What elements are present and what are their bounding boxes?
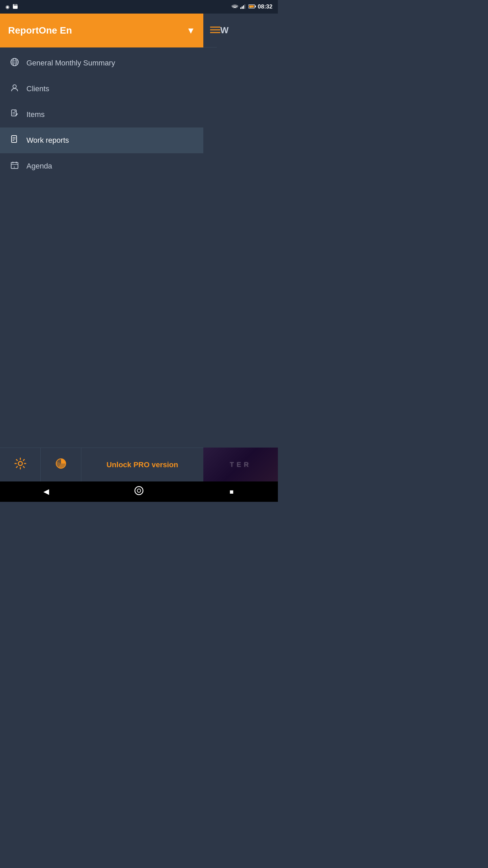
sim-icon: ◉ — [5, 4, 9, 9]
ter-preview: TER — [203, 448, 278, 481]
sidebar-item-general-monthly-summary[interactable]: General Monthly Summary — [0, 50, 203, 76]
unlock-pro-button[interactable]: Unlock PRO version — [81, 460, 203, 469]
app-title: ReportOne En — [8, 25, 72, 36]
back-icon: ◀ — [43, 487, 49, 496]
recent-button[interactable]: ■ — [221, 481, 242, 502]
recent-icon: ■ — [229, 488, 233, 496]
items-label: Items — [26, 110, 45, 119]
status-bar: ◉ — [0, 0, 278, 14]
sidebar-item-items[interactable]: Items — [0, 102, 203, 127]
gear-icon — [14, 457, 26, 472]
time-display: 08:32 — [258, 3, 272, 10]
svg-point-17 — [13, 85, 16, 88]
back-button[interactable]: ◀ — [36, 481, 57, 502]
home-button[interactable] — [129, 481, 149, 502]
svg-rect-9 — [255, 5, 256, 7]
status-bar-right: ⚡ 08:32 — [231, 3, 272, 10]
person-icon — [9, 83, 20, 94]
pie-chart-icon — [55, 457, 67, 472]
unlock-pro-label: Unlock PRO version — [106, 460, 178, 469]
document-icon — [9, 135, 20, 146]
top-bar-label: W — [220, 25, 229, 36]
globe-icon — [9, 58, 20, 68]
edit-icon — [9, 109, 20, 120]
agenda-label: Agenda — [26, 162, 52, 171]
svg-text:1: 1 — [14, 166, 15, 168]
svg-point-36 — [137, 489, 141, 492]
bottom-section: Unlock PRO version TER — [0, 448, 278, 481]
wifi-icon — [231, 4, 238, 10]
svg-text:⚡: ⚡ — [249, 6, 252, 8]
svg-point-35 — [135, 487, 143, 495]
sidebar-item-work-reports[interactable]: Work reports — [0, 127, 203, 153]
svg-rect-5 — [242, 6, 243, 9]
settings-button[interactable] — [0, 448, 41, 481]
main-bottom-preview: TER — [203, 448, 278, 481]
sidebar: ReportOne En ▼ General Mont — [0, 14, 203, 448]
nav-bar: ◀ ■ — [0, 481, 278, 502]
svg-rect-18 — [12, 110, 16, 116]
work-reports-label: Work reports — [26, 136, 69, 145]
sidebar-item-agenda[interactable]: 1 Agenda — [0, 153, 203, 179]
svg-rect-4 — [240, 7, 241, 9]
sidebar-header[interactable]: ReportOne En ▼ — [0, 14, 203, 47]
status-bar-left: ◉ — [5, 4, 18, 10]
general-monthly-summary-label: General Monthly Summary — [26, 59, 115, 67]
sidebar-bottom-bar: Unlock PRO version — [0, 448, 203, 481]
top-bar-right: W — [203, 14, 217, 47]
svg-point-33 — [18, 461, 22, 466]
right-panel: W — [203, 14, 278, 448]
dropdown-icon[interactable]: ▼ — [186, 25, 195, 36]
svg-rect-3 — [17, 4, 17, 6]
svg-rect-6 — [243, 5, 244, 9]
home-icon — [134, 486, 144, 498]
calendar-icon: 1 — [9, 161, 20, 172]
signal-icon — [240, 4, 246, 10]
clients-label: Clients — [26, 84, 49, 93]
battery-icon: ⚡ — [248, 4, 256, 10]
svg-rect-7 — [244, 4, 245, 9]
stats-button[interactable] — [41, 448, 81, 481]
sidebar-nav: General Monthly Summary Clients — [0, 47, 203, 448]
sd-card-icon — [12, 4, 18, 10]
svg-rect-2 — [15, 4, 16, 6]
hamburger-icon[interactable] — [210, 25, 220, 36]
sidebar-item-clients[interactable]: Clients — [0, 76, 203, 102]
svg-rect-1 — [14, 4, 15, 6]
